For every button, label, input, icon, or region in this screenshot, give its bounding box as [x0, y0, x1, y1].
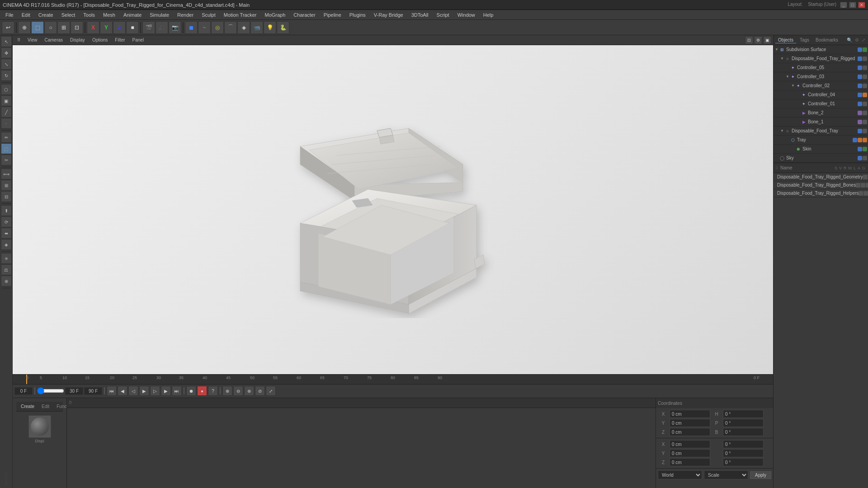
tree-row-subdivision[interactable]: ▼ ⊞ Subdivision Surface: [774, 45, 868, 54]
transform-tool[interactable]: ⊡: [71, 21, 83, 34]
tool-pt[interactable]: ·: [1, 118, 12, 129]
vp-cameras[interactable]: Cameras: [42, 37, 66, 43]
auto-record-button[interactable]: ●: [197, 386, 207, 396]
vp-display[interactable]: Display: [67, 37, 88, 43]
del-keyframe-button[interactable]: ⊖: [233, 386, 243, 396]
vp-panel[interactable]: Panel: [130, 37, 147, 43]
menu-file[interactable]: File: [2, 11, 17, 19]
expand-ctrl05[interactable]: [785, 66, 790, 70]
tool-select-rect[interactable]: ⬚: [1, 143, 12, 154]
menu-pipeline[interactable]: Pipeline: [320, 11, 345, 19]
expand-bone1[interactable]: [796, 120, 801, 124]
record-settings-button[interactable]: ?: [208, 386, 218, 396]
goto-end-button[interactable]: ⏭: [172, 386, 182, 396]
x-axis-button[interactable]: X: [87, 21, 99, 34]
expand-ctrl03[interactable]: ▼: [785, 75, 790, 79]
menu-motion-tracker[interactable]: Motion Tracker: [220, 11, 260, 19]
vp-options[interactable]: Options: [90, 37, 110, 43]
tool-obj[interactable]: ⬡: [1, 84, 12, 95]
next-frame-button[interactable]: ▶: [161, 386, 171, 396]
z-axis-button[interactable]: Z: [113, 21, 126, 34]
vp-btn-grabber[interactable]: ⠿: [14, 37, 23, 43]
timeline-ruler[interactable]: 0 5 10 15 20 25 30 35 40 45 50 55 60 65 …: [13, 375, 773, 385]
x2-input[interactable]: [670, 440, 710, 448]
nurbs-tool[interactable]: ◎: [211, 21, 224, 34]
deformer-tool[interactable]: ⌒: [224, 21, 237, 34]
tool-knife[interactable]: ✂: [1, 155, 12, 165]
tree-row-skin[interactable]: ⊕ Skin: [774, 145, 868, 154]
tool-connect[interactable]: ⊟: [1, 191, 12, 202]
maximize-button[interactable]: □: [849, 2, 856, 8]
scale-dropdown[interactable]: Scale: [704, 470, 748, 479]
menu-window[interactable]: Window: [454, 11, 479, 19]
menu-simulate[interactable]: Simulate: [146, 11, 173, 19]
z2-input[interactable]: [670, 458, 710, 466]
render-preview-button[interactable]: 🎬: [142, 21, 155, 34]
tab-tags[interactable]: Tags: [797, 37, 812, 43]
select-tool[interactable]: ⬚: [31, 21, 44, 34]
tool-extrude[interactable]: ⬆: [1, 205, 12, 216]
menu-sculpt[interactable]: Sculpt: [198, 11, 219, 19]
goto-start-button[interactable]: ⏮: [107, 386, 117, 396]
tool-array[interactable]: ⊞: [1, 180, 12, 191]
y2-input[interactable]: [670, 449, 710, 457]
asset-row-geometry[interactable]: Disposable_Food_Tray_Rigged_Geometry: [774, 173, 868, 181]
prev-frame-button[interactable]: ◀: [118, 386, 127, 396]
mat-tab-create[interactable]: Create: [18, 404, 37, 409]
h-input[interactable]: [723, 410, 764, 418]
vp-view[interactable]: View: [25, 37, 40, 43]
menu-tools[interactable]: Tools: [80, 11, 99, 19]
prev-key-button[interactable]: ◁: [128, 386, 138, 396]
cube-button[interactable]: ■: [126, 21, 139, 34]
frame-scrubber[interactable]: [37, 388, 64, 394]
rot-z2-input[interactable]: [723, 458, 764, 466]
tool-bevel[interactable]: ◈: [1, 239, 12, 250]
tool-poly[interactable]: ▣: [1, 95, 12, 106]
expand-ctrl04[interactable]: [796, 93, 801, 97]
record-button[interactable]: ⏺: [186, 386, 196, 396]
tree-row-bone2[interactable]: ▶ Bone_2: [774, 108, 868, 117]
expand-sky[interactable]: [774, 156, 779, 160]
tree-row-food-tray[interactable]: ▼ ○ Disposable_Food_Tray: [774, 127, 868, 136]
vp-filter[interactable]: Filter: [112, 37, 127, 43]
tab-objects[interactable]: Objects: [775, 37, 796, 43]
menu-script[interactable]: Script: [433, 11, 453, 19]
minimize-button[interactable]: _: [840, 2, 847, 8]
spline-tool[interactable]: ~: [198, 21, 211, 34]
tree-row-ctrl03[interactable]: ▼ ✦ Controller_03: [774, 72, 868, 81]
expand-subdivision[interactable]: ▼: [774, 47, 779, 52]
asset-row-helpers[interactable]: Disposable_Food_Tray_Rigged_Helpers: [774, 189, 868, 197]
menu-create[interactable]: Create: [35, 11, 57, 19]
expand-bone2[interactable]: [796, 111, 801, 115]
tool-bridge[interactable]: ⬌: [1, 228, 12, 239]
menu-help[interactable]: Help: [480, 11, 497, 19]
rotate-tool[interactable]: ○: [44, 21, 57, 34]
expand-tray[interactable]: [785, 138, 790, 142]
y-axis-button[interactable]: Y: [100, 21, 113, 34]
tree-row-ctrl01[interactable]: ✦ Controller_01: [774, 99, 868, 108]
vp-settings[interactable]: ⚙: [754, 36, 762, 44]
menu-edit[interactable]: Edit: [18, 11, 34, 19]
menu-plugins[interactable]: Plugins: [346, 11, 369, 19]
menu-animate[interactable]: Animate: [120, 11, 145, 19]
tool-scale2[interactable]: ⤡: [1, 59, 12, 70]
expand-skin[interactable]: [791, 147, 795, 151]
vp-render-view[interactable]: ▣: [763, 36, 771, 44]
tree-row-ctrl05[interactable]: ✦ Controller_05: [774, 63, 868, 72]
light-tool[interactable]: 💡: [264, 21, 276, 34]
rot-y2-input[interactable]: [723, 449, 764, 457]
tree-row-sky[interactable]: ◯ Sky: [774, 154, 868, 163]
viewport[interactable]: [13, 45, 773, 374]
undo-button[interactable]: ↩: [2, 21, 14, 34]
tree-row-tray[interactable]: ⬡ Tray: [774, 136, 868, 145]
expand-tray-rigged[interactable]: ▼: [780, 56, 784, 61]
tree-row-ctrl02[interactable]: ▼ ✦ Controller_02: [774, 81, 868, 90]
rot-x2-input[interactable]: [723, 440, 764, 448]
tool-loop[interactable]: ⟳: [1, 216, 12, 227]
expand-food-tray[interactable]: ▼: [780, 129, 784, 133]
max-frame-display[interactable]: 90 F: [84, 387, 102, 395]
expand-ctrl02[interactable]: ▼: [791, 84, 795, 88]
menu-3dtoall[interactable]: 3DToAll: [408, 11, 432, 19]
expand-ctrl01[interactable]: [796, 102, 801, 106]
tree-row-bone1[interactable]: ▶ Bone_1: [774, 117, 868, 127]
